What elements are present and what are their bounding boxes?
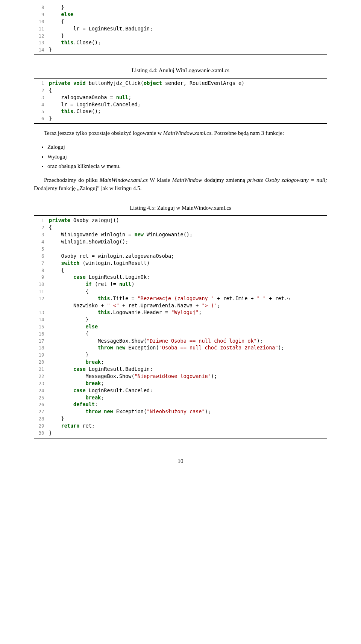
rule xyxy=(34,124,327,124)
code-listing-4-4: 1private void buttonWyjdz_Click(object s… xyxy=(34,80,327,122)
rule xyxy=(34,78,327,79)
filename: MainWindow.xaml.cs xyxy=(100,177,148,183)
text: dodajmy zmienną xyxy=(202,177,247,183)
body-paragraph: Teraz jeszcze tylko pozostaje obsłużyć l… xyxy=(34,129,327,138)
list-item: oraz obsługa kliknięcia w menu. xyxy=(47,162,327,171)
listing-caption-4-5: Listing 4.5: Zaloguj w MainWindow.xaml.c… xyxy=(34,204,327,212)
page-number: 10 xyxy=(34,457,327,466)
inline-code: private Osoby zalogowany = null; xyxy=(247,177,327,183)
listing-caption-4-4: Listing 4.4: Anuluj WinLogowanie.xaml.cs xyxy=(34,67,327,75)
bullet-list: Zaloguj Wyloguj oraz obsługa kliknięcia … xyxy=(41,143,327,171)
code-listing-4-3-cont: 8 }9 else10 {11 lr = LoginResult.BadLogi… xyxy=(34,4,327,53)
classname: MainWindow xyxy=(172,177,202,183)
text: Teraz jeszcze tylko pozostaje obsłużyć l… xyxy=(44,130,163,136)
rule xyxy=(34,215,327,216)
list-item: Wyloguj xyxy=(47,153,327,161)
text: Dodajemy funkcję „Zaloguj” jak w listing… xyxy=(34,185,142,191)
text: W klasie xyxy=(148,177,172,183)
code-listing-4-5: 1private Osoby zaloguj()2{3 WinLogowanie… xyxy=(34,217,327,436)
rule xyxy=(34,438,327,438)
text: Przechodzimy do pliku xyxy=(44,177,100,183)
body-paragraph: Przechodzimy do pliku MainWindow.xaml.cs… xyxy=(34,176,327,193)
rule xyxy=(34,55,327,55)
text: . Potrzebne będą nam 3 funkcje: xyxy=(211,130,284,136)
list-item: Zaloguj xyxy=(47,143,327,151)
filename: MainWindow.xaml.cs xyxy=(163,130,211,136)
